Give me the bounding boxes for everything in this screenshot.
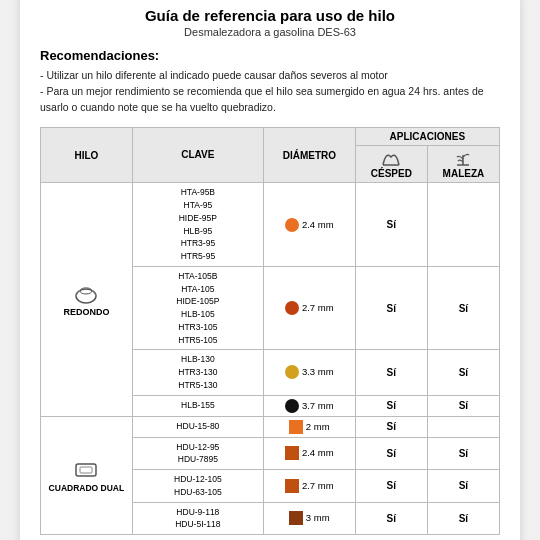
label-cuadrado: CUADRADO DUAL xyxy=(49,483,125,493)
col-header-hilo: HILO xyxy=(41,128,133,183)
col-header-maleza: MALEZA xyxy=(427,146,499,183)
cell-clave: HTA-95BHTA-95HIDE-95PHLB-95HTR3-95HTR5-9… xyxy=(132,183,263,267)
sq-light-orange xyxy=(289,420,303,434)
reference-card: Guía de referencia para uso de hilo Desm… xyxy=(20,0,520,540)
cell-maleza xyxy=(427,416,499,437)
sq-orange-2 xyxy=(285,479,299,493)
label-redondo: REDONDO xyxy=(63,307,109,317)
table-row: CUADRADO DUAL HDU-15-80 2 mm Sí xyxy=(41,416,500,437)
cell-clave: HDU-12-105HDU-63-105 xyxy=(132,470,263,503)
cell-cesped: Sí xyxy=(355,437,427,470)
sq-dark xyxy=(289,511,303,525)
table-row: REDONDO HTA-95BHTA-95HIDE-95PHLB-95HTR3-… xyxy=(41,183,500,267)
cuadrado-icon xyxy=(72,458,100,480)
cell-cesped: Sí xyxy=(355,183,427,267)
cell-diametro: 3 mm xyxy=(263,502,355,535)
cell-clave: HDU-9-118HDU-5I-118 xyxy=(132,502,263,535)
maleza-icon xyxy=(453,149,473,167)
cell-hilo-cuadrado: CUADRADO DUAL xyxy=(41,416,133,535)
cell-cesped: Sí xyxy=(355,470,427,503)
col-header-cesped: CÉSPED xyxy=(355,146,427,183)
recommendations-text: - Utilizar un hilo diferente al indicado… xyxy=(40,68,500,115)
cell-maleza: Sí xyxy=(427,266,499,350)
cell-diametro: 3.3 mm xyxy=(263,350,355,395)
cell-cesped: Sí xyxy=(355,266,427,350)
dot-amber xyxy=(285,365,299,379)
cell-diametro: 2.7 mm xyxy=(263,266,355,350)
cell-maleza: Sí xyxy=(427,395,499,416)
page-subtitle: Desmalezadora a gasolina DES-63 xyxy=(40,26,500,38)
cell-clave: HLB-130HTR3-130HTR5-130 xyxy=(132,350,263,395)
cell-clave: HDU-12-95HDU-7895 xyxy=(132,437,263,470)
reference-table: HILO CLAVE DIÁMETRO APLICACIONES CÉSPED xyxy=(40,127,500,535)
col-header-clave: CLAVE xyxy=(132,128,263,183)
col-header-aplicaciones: APLICACIONES xyxy=(355,128,499,146)
cell-cesped: Sí xyxy=(355,395,427,416)
page-title: Guía de referencia para uso de hilo xyxy=(40,7,500,24)
cell-diametro: 2.4 mm xyxy=(263,437,355,470)
dot-dark-orange xyxy=(285,301,299,315)
rec-2: - Para un mejor rendimiento se recomiend… xyxy=(40,84,500,116)
cell-cesped: Sí xyxy=(355,416,427,437)
svg-rect-5 xyxy=(80,467,92,473)
cell-maleza: Sí xyxy=(427,470,499,503)
cell-diametro: 2 mm xyxy=(263,416,355,437)
col-header-diametro: DIÁMETRO xyxy=(263,128,355,183)
cell-maleza: Sí xyxy=(427,350,499,395)
redondo-icon xyxy=(72,282,100,304)
cell-maleza: Sí xyxy=(427,437,499,470)
cell-maleza: Sí xyxy=(427,502,499,535)
svg-rect-4 xyxy=(76,464,96,476)
cell-maleza xyxy=(427,183,499,267)
dot-black xyxy=(285,399,299,413)
cell-diametro: 3.7 mm xyxy=(263,395,355,416)
cell-diametro: 2.4 mm xyxy=(263,183,355,267)
sq-orange xyxy=(285,446,299,460)
rec-1: - Utilizar un hilo diferente al indicado… xyxy=(40,68,500,84)
cell-clave: HTA-105BHTA-105HIDE-105PHLB-105HTR3-105H… xyxy=(132,266,263,350)
cell-hilo-redondo: REDONDO xyxy=(41,183,133,416)
cesped-icon xyxy=(381,149,401,167)
cell-diametro: 2.7 mm xyxy=(263,470,355,503)
recommendations-title: Recomendaciones: xyxy=(40,48,500,63)
cell-cesped: Sí xyxy=(355,502,427,535)
cell-cesped: Sí xyxy=(355,350,427,395)
dot-orange xyxy=(285,218,299,232)
cell-clave: HLB-155 xyxy=(132,395,263,416)
cell-clave: HDU-15-80 xyxy=(132,416,263,437)
